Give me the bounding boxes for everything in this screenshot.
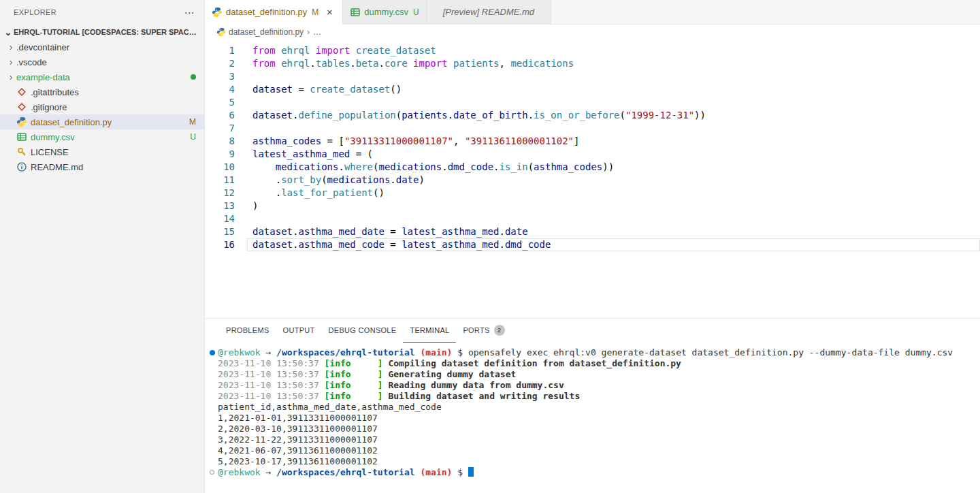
line-number: 13 xyxy=(205,200,235,212)
terminal-text: [info ] xyxy=(325,369,383,379)
file-row-readme.md[interactable]: README.md xyxy=(0,159,204,174)
code-line-14: 14 xyxy=(205,212,980,225)
terminal-text: Generating dummy dataset xyxy=(383,369,517,379)
command-pending-decoration-icon[interactable] xyxy=(210,470,214,475)
workspace-section-header[interactable]: ⌄ EHRQL-TUTORIAL [CODESPACES: SUPER SPAC… xyxy=(0,25,204,39)
terminal-line: 2023-11-10 13:50:37 [info ] Building dat… xyxy=(218,391,980,402)
terminal-text: → xyxy=(261,467,276,477)
terminal-text: [info ] xyxy=(325,358,383,368)
chevron-right-icon[interactable]: › xyxy=(5,57,16,67)
untracked-dot-icon xyxy=(191,74,196,80)
line-number: 5 xyxy=(205,96,235,109)
breadcrumb: dataset_definition.py › … xyxy=(205,25,980,39)
license-icon xyxy=(16,146,27,157)
panel-tab-output[interactable]: OUTPUT xyxy=(276,319,322,343)
line-number: 3 xyxy=(205,70,235,83)
line-number: 8 xyxy=(205,135,235,148)
code-line-11: 11 .sort_by(medications.date) xyxy=(205,174,980,187)
code-text: from ehrql.tables.beta.core import patie… xyxy=(235,57,574,70)
line-number: 15 xyxy=(205,225,235,238)
line-number: 11 xyxy=(205,174,235,187)
explorer-title: EXPLORER xyxy=(14,8,56,16)
file-row-.gitattributes[interactable]: .gitattributes xyxy=(0,84,204,99)
panel-tab-label: OUTPUT xyxy=(283,326,315,334)
terminal-text: [info ] xyxy=(325,391,383,401)
tab-git-badge: M xyxy=(312,7,318,17)
panel-tab-ports[interactable]: PORTS2 xyxy=(456,319,511,343)
code-text: dataset = create_dataset() xyxy=(235,83,402,96)
line-number: 14 xyxy=(205,212,235,225)
terminal-line: 2023-11-10 13:50:37 [info ] Compiling da… xyxy=(218,358,980,369)
terminal-text: Reading dummy data from dummy.csv xyxy=(383,380,564,390)
code-line-9: 9latest_asthma_med = ( xyxy=(205,148,980,161)
breadcrumb-symbol-more[interactable]: … xyxy=(313,27,321,37)
line-number: 10 xyxy=(205,161,235,174)
line-number: 6 xyxy=(205,109,235,122)
code-text: dataset.asthma_med_code = latest_asthma_… xyxy=(235,238,551,251)
command-executed-decoration-icon[interactable] xyxy=(210,350,215,355)
terminal[interactable]: @rebkwok → /workspaces/ehrql-tutorial (m… xyxy=(205,343,980,493)
terminal-text: (main) xyxy=(420,347,452,357)
terminal-text: 5,2023-10-17,39113611000001102 xyxy=(218,456,378,466)
tab-dummy.csv[interactable]: dummy.csvU xyxy=(343,0,426,25)
terminal-text: 4,2021-06-07,39113611000001102 xyxy=(218,445,378,456)
terminal-line: @rebkwok → /workspaces/ehrql-tutorial (m… xyxy=(218,467,980,478)
terminal-line: @rebkwok → /workspaces/ehrql-tutorial (m… xyxy=(218,347,980,358)
terminal-line: 4,2021-06-07,39113611000001102 xyxy=(218,445,980,456)
file-row-.gitignore[interactable]: .gitignore xyxy=(0,99,204,114)
python-icon xyxy=(16,116,27,127)
chevron-right-icon[interactable]: › xyxy=(5,72,16,82)
code-text xyxy=(235,70,252,83)
code-text xyxy=(235,212,252,225)
git-status-badge: M xyxy=(189,117,196,127)
panel-tab-label: PROBLEMS xyxy=(226,326,270,334)
more-actions-icon[interactable]: ⋯ xyxy=(184,7,195,18)
tab-label: [Preview] README.md xyxy=(434,7,544,17)
tab-dataset-definition.py[interactable]: dataset_definition.pyM× xyxy=(205,0,343,25)
terminal-text: 1,2021-01-01,39113311000001107 xyxy=(218,413,378,423)
git-icon xyxy=(16,86,27,97)
file-row-.vscode[interactable]: ›.vscode xyxy=(0,54,204,69)
close-icon[interactable]: × xyxy=(323,6,336,18)
tabstrip-filler xyxy=(551,0,980,25)
panel-tab-terminal[interactable]: TERMINAL xyxy=(403,319,456,343)
panel-tab-problems[interactable]: PROBLEMS xyxy=(219,319,276,343)
terminal-text: $ xyxy=(452,347,468,357)
breadcrumb-file[interactable]: dataset_definition.py xyxy=(229,27,304,37)
python-icon xyxy=(216,27,226,37)
code-line-10: 10 medications.where(medications.dmd_cod… xyxy=(205,161,980,174)
tab-git-badge: U xyxy=(413,7,419,17)
code-text: latest_asthma_med = ( xyxy=(235,148,373,161)
terminal-text: Building dataset and writing results xyxy=(383,391,581,401)
line-number: 7 xyxy=(205,122,235,135)
terminal-line: 2023-11-10 13:50:37 [info ] Reading dumm… xyxy=(218,380,980,391)
git-status-badge: U xyxy=(190,132,196,142)
code-editor[interactable]: 1from ehrql import create_dataset2from e… xyxy=(205,39,980,318)
terminal-text: /workspaces/ehrql-tutorial xyxy=(276,347,415,357)
terminal-text: 2023-11-10 13:50:37 xyxy=(218,358,325,368)
terminal-line: 3,2022-11-22,39113311000001107 xyxy=(218,434,980,445)
file-row-dummy.csv[interactable]: dummy.csvU xyxy=(0,129,204,144)
code-line-2: 2from ehrql.tables.beta.core import pati… xyxy=(205,57,980,70)
tab--preview-readme.md[interactable]: [Preview] README.md xyxy=(427,0,551,25)
file-row-dataset_definition.py[interactable]: dataset_definition.pyM xyxy=(0,114,204,129)
file-label: .gitignore xyxy=(31,102,67,112)
git-icon xyxy=(16,101,27,112)
workspace-name: EHRQL-TUTORIAL [CODESPACES: SUPER SPACE … xyxy=(14,28,201,36)
terminal-text: /workspaces/ehrql-tutorial xyxy=(276,467,415,477)
explorer-header: EXPLORER ⋯ xyxy=(0,0,204,25)
terminal-text: 2023-11-10 13:50:37 xyxy=(218,369,325,379)
terminal-cursor xyxy=(468,467,474,477)
chevron-down-icon[interactable]: ⌄ xyxy=(3,27,14,37)
chevron-right-icon[interactable]: › xyxy=(5,42,16,52)
file-row-example-data[interactable]: ›example-data xyxy=(0,69,204,84)
panel-tab-debug-console[interactable]: DEBUG CONSOLE xyxy=(322,319,404,343)
code-text xyxy=(235,96,252,109)
terminal-line: 2023-11-10 13:50:37 [info ] Generating d… xyxy=(218,369,980,380)
line-number: 1 xyxy=(205,44,235,57)
file-row-license[interactable]: LICENSE xyxy=(0,144,204,159)
file-row-.devcontainer[interactable]: ›.devcontainer xyxy=(0,39,204,54)
file-label: .gitattributes xyxy=(31,87,79,97)
code-line-12: 12 .last_for_patient() xyxy=(205,187,980,200)
csv-icon xyxy=(350,7,361,18)
